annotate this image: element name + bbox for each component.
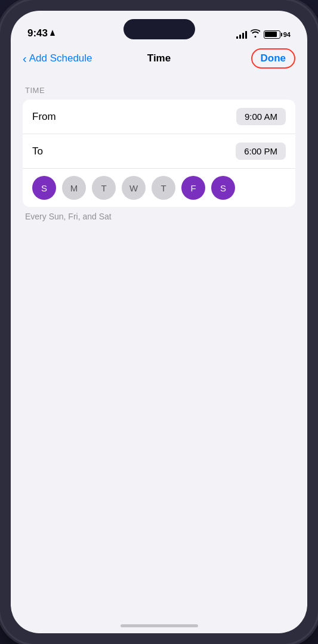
section-label: TIME — [23, 86, 295, 95]
dynamic-island — [124, 19, 195, 39]
signal-bar-1 — [236, 36, 238, 39]
battery-icon: 94 — [264, 30, 291, 39]
day-circle-4[interactable]: T — [152, 176, 175, 200]
signal-bars — [236, 30, 247, 39]
status-icons: 94 — [236, 29, 291, 39]
schedule-description: Every Sun, Fri, and Sat — [23, 207, 295, 221]
to-row[interactable]: To 6:00 PM — [23, 134, 295, 169]
done-button[interactable]: Done — [251, 48, 296, 69]
home-indicator — [121, 624, 198, 627]
phone-frame: 9:43 — [0, 0, 318, 644]
back-button[interactable]: ‹ Add Schedule — [23, 52, 94, 66]
day-circle-5[interactable]: F — [181, 176, 205, 200]
time-display: 9:43 — [27, 27, 48, 39]
from-value[interactable]: 9:00 AM — [236, 108, 286, 125]
back-label: Add Schedule — [29, 52, 92, 64]
from-label: From — [32, 111, 236, 123]
day-circle-6[interactable]: S — [211, 176, 235, 200]
nav-bar: ‹ Add Schedule Time Done — [11, 43, 307, 74]
phone-screen: 9:43 — [11, 11, 307, 633]
wifi-icon — [251, 29, 260, 39]
day-circle-1[interactable]: M — [62, 176, 86, 200]
day-circle-2[interactable]: T — [92, 176, 116, 200]
days-row: SMTWTFS — [23, 169, 295, 207]
day-circle-0[interactable]: S — [32, 176, 56, 200]
from-row[interactable]: From 9:00 AM — [23, 100, 295, 134]
to-label: To — [32, 145, 236, 157]
signal-bar-4 — [245, 31, 247, 39]
content-area: TIME From 9:00 AM To 6:00 PM SMTWTFS Eve… — [11, 74, 307, 221]
back-chevron-icon: ‹ — [23, 52, 27, 66]
battery-level: 94 — [283, 31, 291, 38]
time-card: From 9:00 AM To 6:00 PM SMTWTFS — [23, 100, 295, 207]
signal-bar-2 — [239, 35, 241, 39]
to-value[interactable]: 6:00 PM — [236, 143, 286, 160]
location-icon — [50, 30, 55, 36]
day-circle-3[interactable]: W — [122, 176, 146, 200]
signal-bar-3 — [242, 33, 244, 39]
status-time: 9:43 — [27, 27, 55, 39]
page-title: Time — [147, 52, 171, 64]
